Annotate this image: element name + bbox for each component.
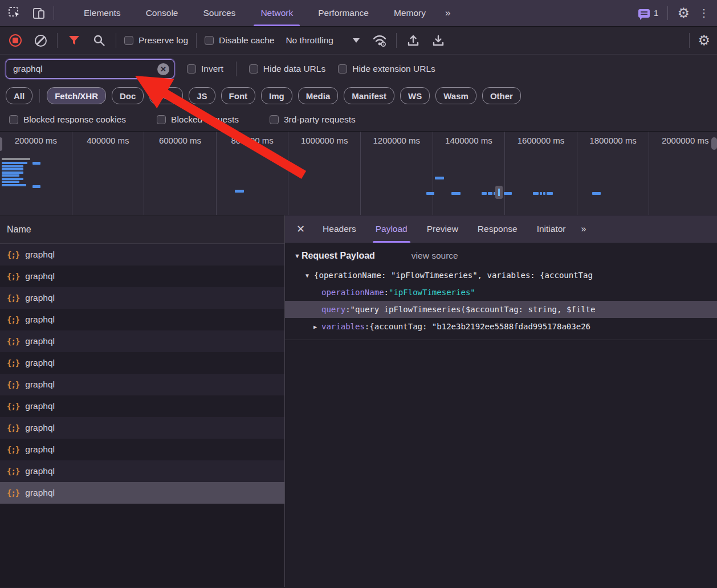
table-row[interactable]: {;}graphql <box>0 244 284 266</box>
import-har-icon[interactable] <box>405 32 422 49</box>
chip-font[interactable]: Font <box>221 87 255 104</box>
name-column-header[interactable]: Name <box>0 215 284 244</box>
request-payload-title: Request Payload <box>302 251 375 261</box>
table-row[interactable]: {;}graphql <box>0 330 284 352</box>
preserve-log-checkbox[interactable]: Preserve log <box>124 35 188 46</box>
waterfall-bar <box>32 185 40 188</box>
json-icon: {;} <box>7 315 19 324</box>
tab-preview[interactable]: Preview <box>417 215 468 243</box>
blocked-response-cookies-checkbox[interactable]: Blocked response cookies <box>9 115 126 125</box>
waterfall-bar <box>540 192 542 195</box>
payload-line-operationName[interactable]: operationName: "ipFlowTimeseries" <box>285 284 717 301</box>
search-icon[interactable] <box>91 32 108 49</box>
view-source-link[interactable]: view source <box>412 251 458 261</box>
hide-data-urls-label: Hide data URLs <box>263 64 325 74</box>
table-row[interactable]: {;}graphql <box>0 417 284 439</box>
more-tabs-icon[interactable]: » <box>438 0 458 26</box>
network-settings-gear-icon[interactable]: ⚙ <box>698 32 710 48</box>
blocked-requests-checkbox[interactable]: Blocked requests <box>157 115 239 125</box>
more-detail-tabs-icon[interactable]: » <box>575 215 593 243</box>
table-row[interactable]: {;}graphql <box>0 395 284 417</box>
network-overview-timeline[interactable]: 200000 ms400000 ms600000 ms800000 ms1000… <box>0 132 717 215</box>
chip-doc[interactable]: Doc <box>112 87 144 104</box>
table-row[interactable]: {;}graphql <box>0 309 284 330</box>
settings-gear-icon[interactable]: ⚙ <box>677 5 690 21</box>
clear-button[interactable] <box>32 32 49 49</box>
table-row[interactable]: {;}graphql <box>0 439 284 460</box>
waterfall-bar <box>2 172 23 174</box>
filter-icon[interactable] <box>66 32 83 49</box>
table-row[interactable]: {;}graphql <box>0 266 284 287</box>
chip-media[interactable]: Media <box>298 87 339 104</box>
tab-response[interactable]: Response <box>468 215 527 243</box>
network-conditions-icon[interactable] <box>371 32 388 49</box>
hide-extension-urls-checkbox[interactable]: Hide extension URLs <box>338 64 435 74</box>
chip-all[interactable]: All <box>6 87 32 104</box>
waterfall-bar <box>543 192 545 195</box>
tick-label: 2000000 ms <box>649 136 717 145</box>
collapse-triangle-icon[interactable]: ▼ <box>294 252 300 259</box>
filter-input-box[interactable]: ✕ <box>6 59 174 79</box>
request-name: graphql <box>25 358 55 368</box>
filter-input[interactable] <box>13 64 157 74</box>
tab-performance[interactable]: Performance <box>305 0 381 26</box>
table-row[interactable]: {;}graphql <box>0 482 284 504</box>
throttling-value: No throttling <box>286 35 333 46</box>
hide-data-urls-checkbox[interactable]: Hide data URLs <box>249 64 325 74</box>
checkbox-box <box>124 36 133 45</box>
tab-network[interactable]: Network <box>248 0 305 26</box>
tab-elements[interactable]: Elements <box>71 0 133 26</box>
clear-filter-icon[interactable]: ✕ <box>157 63 169 75</box>
payload-summary-line[interactable]: ▼ {operationName: "ipFlowTimeseries", va… <box>285 267 717 284</box>
3rd-party-requests-checkbox[interactable]: 3rd-party requests <box>270 115 356 125</box>
inspect-element-icon[interactable] <box>8 6 22 20</box>
collapse-triangle-icon[interactable]: ▼ <box>305 272 309 279</box>
timeline-tick: 400000 ms <box>72 132 145 215</box>
tab-initiator[interactable]: Initiator <box>527 215 576 243</box>
tab-sources[interactable]: Sources <box>191 0 248 26</box>
device-toolbar-icon[interactable] <box>32 6 46 20</box>
chip-fetch-xhr[interactable]: Fetch/XHR <box>47 87 106 104</box>
chip-js[interactable]: JS <box>189 87 215 104</box>
network-toolbar: Preserve log Disable cache No throttling… <box>0 27 717 55</box>
payload-key: query <box>321 305 345 314</box>
tab-console[interactable]: Console <box>133 0 191 26</box>
json-icon: {;} <box>7 358 19 368</box>
waterfall-bar <box>2 178 23 180</box>
tab-memory[interactable]: Memory <box>381 0 438 26</box>
chip-ws[interactable]: WS <box>400 87 430 104</box>
kebab-menu-icon[interactable]: ⋮ <box>699 8 709 18</box>
issues-count: 1 <box>654 8 659 18</box>
json-icon: {;} <box>7 272 19 281</box>
throttling-select[interactable]: No throttling <box>282 35 363 46</box>
chip-wasm[interactable]: Wasm <box>435 87 476 104</box>
json-icon: {;} <box>7 250 19 259</box>
table-row[interactable]: {;}graphql <box>0 287 284 309</box>
payload-line-query[interactable]: query: "query ipFlowTimeseries($accountT… <box>285 301 717 318</box>
waterfall-bar <box>2 165 23 168</box>
chip-manifest[interactable]: Manifest <box>344 87 394 104</box>
tick-label: 800000 ms <box>217 136 288 145</box>
tab-payload[interactable]: Payload <box>366 215 417 243</box>
payload-line-variables[interactable]: ▶variables: {accountTag: "b12e3b2192ee55… <box>285 318 717 335</box>
expand-triangle-icon[interactable]: ▶ <box>313 324 317 330</box>
table-row[interactable]: {;}graphql <box>0 460 284 482</box>
waterfall-bar <box>488 192 492 195</box>
chip-other[interactable]: Other <box>482 87 521 104</box>
export-har-icon[interactable] <box>430 32 447 49</box>
request-name: graphql <box>25 379 55 390</box>
checkbox-box <box>338 64 347 74</box>
waterfall-bar <box>2 181 19 183</box>
close-icon[interactable]: ✕ <box>285 215 313 243</box>
chip-css[interactable]: CSS <box>149 87 183 104</box>
chip-img[interactable]: Img <box>261 87 292 104</box>
tab-headers[interactable]: Headers <box>313 215 366 243</box>
record-button[interactable] <box>7 32 24 49</box>
table-row[interactable]: {;}graphql <box>0 352 284 374</box>
scrollbar-thumb-right[interactable] <box>711 137 717 150</box>
table-row[interactable]: {;}graphql <box>0 374 284 395</box>
invert-checkbox[interactable]: Invert <box>187 64 223 74</box>
scrollbar-thumb-left[interactable] <box>0 137 2 151</box>
disable-cache-checkbox[interactable]: Disable cache <box>205 35 274 46</box>
issues-counter[interactable]: 1 <box>638 8 659 18</box>
